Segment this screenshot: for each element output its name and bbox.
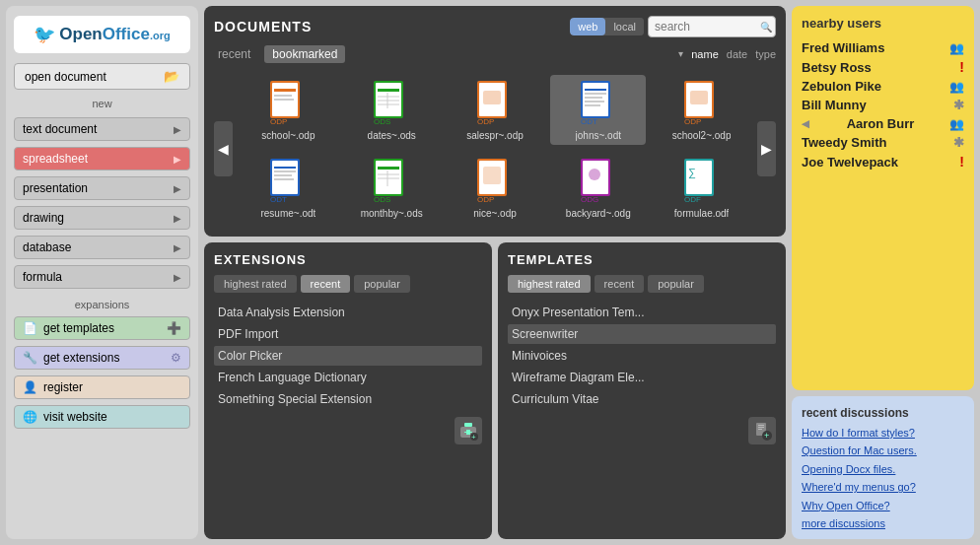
bookmarked-tab[interactable]: bookmarked <box>264 45 345 63</box>
arrow-icon: ▶ <box>174 124 181 135</box>
svg-rect-19 <box>583 83 608 116</box>
svg-text:ODP: ODP <box>684 117 701 126</box>
list-item[interactable]: Color Picker <box>214 346 482 366</box>
user-item[interactable]: Fred Williams 👥 <box>802 38 964 57</box>
templates-tabs: highest rated recent popular <box>508 275 776 293</box>
svg-rect-8 <box>378 89 399 92</box>
menu-drawing[interactable]: drawing ▶ <box>14 206 190 230</box>
sort-name[interactable]: name <box>691 48 719 60</box>
search-input[interactable] <box>648 16 776 37</box>
globe-icon: 🌐 <box>23 410 37 424</box>
sidebar: 🐦 OpenOffice.org open document 📂 new tex… <box>6 6 198 539</box>
web-tab[interactable]: web <box>570 18 605 35</box>
svg-text:ODS: ODS <box>374 117 390 126</box>
file-item[interactable]: ODG backyard~.odg <box>550 153 646 223</box>
documents-panel: DOCUMENTS web local recent bookmarked ▾ … <box>204 6 786 237</box>
more-discussions-link[interactable]: more discussions <box>802 517 964 529</box>
user-item[interactable]: ◀ Aaron Burr 👥 <box>802 114 964 133</box>
list-item[interactable]: Onyx Presentation Tem... <box>508 303 776 322</box>
user-item[interactable]: Tweedy Smith ✱ <box>802 133 964 152</box>
file-item[interactable]: ODS monthby~.ods <box>344 153 440 223</box>
svg-rect-38 <box>376 161 401 194</box>
discussion-link[interactable]: How do I format styles? <box>802 426 964 441</box>
right-sidebar: nearby users Fred Williams 👥 Betsy Ross … <box>792 6 974 539</box>
nearby-users-panel: nearby users Fred Williams 👥 Betsy Ross … <box>792 6 974 390</box>
get-templates-button[interactable]: 📄 get templates ➕ <box>14 316 190 340</box>
list-item[interactable]: Minivoices <box>508 346 776 366</box>
user-item[interactable]: Zebulon Pike 👥 <box>802 77 964 96</box>
discussion-link[interactable]: Question for Mac users. <box>802 443 964 458</box>
arrow-icon: ▶ <box>174 272 181 283</box>
file-icon-odp2: ODP <box>471 79 519 126</box>
arrow-icon: ▶ <box>174 183 181 194</box>
user-badge-star2: ✱ <box>953 135 964 150</box>
file-name: school2~.odp <box>672 130 732 141</box>
ext-tab-recent[interactable]: recent <box>301 275 351 293</box>
local-tab[interactable]: local <box>605 18 644 35</box>
discussion-link[interactable]: Opening Docx files. <box>802 462 964 477</box>
file-item[interactable]: ODT johns~.odt <box>550 75 646 145</box>
user-name: Tweedy Smith <box>802 135 886 150</box>
get-extensions-button[interactable]: 🔧 get extensions ⚙ <box>14 346 190 370</box>
next-arrow[interactable]: ▶ <box>757 121 776 176</box>
list-item[interactable]: Data Analysis Extension <box>214 303 482 322</box>
tpl-tab-popular[interactable]: popular <box>648 275 704 293</box>
svg-rect-4 <box>274 99 294 101</box>
user-item[interactable]: Betsy Ross ! <box>802 57 964 77</box>
discussion-link[interactable]: Why Open Office? <box>802 499 964 513</box>
add-extension-icon[interactable]: + <box>455 417 482 444</box>
visit-website-button[interactable]: 🌐 visit website <box>14 405 190 429</box>
list-item[interactable]: French Language Dictionary <box>214 368 482 387</box>
file-name: johns~.odt <box>576 130 621 141</box>
file-item[interactable]: ODT resume~.odt <box>241 153 336 223</box>
list-item[interactable]: Wireframe Diagram Ele... <box>508 368 776 387</box>
menu-presentation[interactable]: presentation ▶ <box>14 176 190 200</box>
file-name: salespr~.odp <box>466 130 524 141</box>
ext-tab-highest-rated[interactable]: highest rated <box>214 275 297 293</box>
menu-spreadsheet[interactable]: spreadsheet ▶ <box>14 147 190 170</box>
svg-rect-20 <box>585 89 606 91</box>
extensions-footer: + <box>214 417 482 444</box>
menu-text-document[interactable]: text document ▶ <box>14 117 190 141</box>
discussion-link[interactable]: Where'd my menus go? <box>802 480 964 495</box>
new-section-label: new <box>14 98 190 109</box>
file-item[interactable]: ODP salespr~.odp <box>448 75 543 145</box>
file-item[interactable]: ODP school~.odp <box>241 75 336 145</box>
extensions-icon: 🔧 <box>23 351 37 365</box>
register-button[interactable]: 👤 register <box>14 375 190 399</box>
file-icon-odp4: ODP <box>471 157 519 204</box>
menu-database[interactable]: database ▶ <box>14 236 190 259</box>
ext-tab-popular[interactable]: popular <box>354 275 410 293</box>
file-icon-odg: ODG <box>575 157 622 204</box>
templates-list: Onyx Presentation Tem... Screenwriter Mi… <box>508 303 776 409</box>
sort-date[interactable]: date <box>727 48 747 60</box>
prev-arrow[interactable]: ◀ <box>214 121 233 176</box>
add-template-icon[interactable]: + <box>748 417 776 444</box>
user-item[interactable]: Bill Munny ✱ <box>802 96 964 114</box>
open-document-button[interactable]: open document 📂 <box>14 63 190 90</box>
arrow-icon: ▶ <box>174 213 181 224</box>
arrow-icon: ▶ <box>174 242 181 253</box>
list-item[interactable]: Screenwriter <box>508 324 776 344</box>
tpl-tab-highest-rated[interactable]: highest rated <box>508 275 591 293</box>
file-item[interactable]: ∑ODF formulae.odf <box>654 153 749 223</box>
svg-rect-16 <box>483 91 501 104</box>
svg-rect-56 <box>464 423 472 427</box>
svg-text:+: + <box>471 433 476 441</box>
bottom-panels: EXTENSIONS highest rated recent popular … <box>204 242 786 539</box>
register-icon: 👤 <box>23 380 37 394</box>
list-item[interactable]: Something Special Extension <box>214 389 482 409</box>
list-item[interactable]: Curriculum Vitae <box>508 389 776 409</box>
menu-formula[interactable]: formula ▶ <box>14 265 190 289</box>
list-item[interactable]: PDF Import <box>214 324 482 344</box>
svg-rect-46 <box>483 167 501 184</box>
file-item[interactable]: ODS dates~.ods <box>344 75 440 145</box>
file-item[interactable]: ODP nice~.odp <box>448 153 543 223</box>
user-item[interactable]: Joe Twelvepack ! <box>802 152 964 171</box>
gear-icon: ⚙ <box>171 351 181 365</box>
sort-type[interactable]: type <box>755 48 776 60</box>
file-item[interactable]: ODP school2~.odp <box>654 75 749 145</box>
svg-rect-39 <box>378 167 399 170</box>
tpl-tab-recent[interactable]: recent <box>595 275 645 293</box>
recent-tab[interactable]: recent <box>214 45 254 63</box>
